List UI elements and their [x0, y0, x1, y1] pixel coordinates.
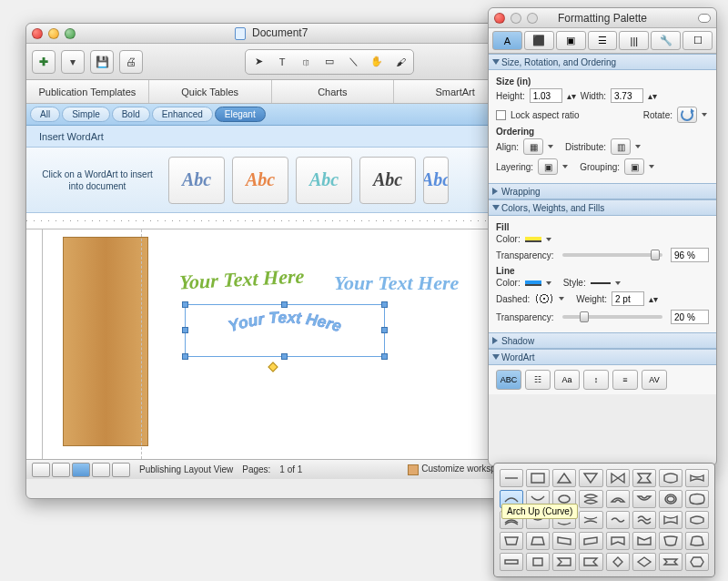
section-wordart[interactable]: WordArt: [489, 349, 716, 365]
section-size[interactable]: Size, Rotation, and Ordering: [489, 54, 716, 70]
rotate-button[interactable]: [677, 107, 697, 123]
wordart-edit-button[interactable]: ☷: [525, 370, 551, 390]
format-brush-tool[interactable]: 🖌: [389, 52, 411, 72]
palette-tab-project[interactable]: ☐: [682, 31, 713, 50]
resize-handle[interactable]: [182, 327, 188, 333]
grouping-button[interactable]: ▣: [624, 158, 644, 175]
wordart-object-1[interactable]: Your Text Here: [179, 264, 304, 294]
shape-option[interactable]: [552, 532, 576, 550]
shape-option[interactable]: [526, 469, 550, 487]
shape-option[interactable]: [500, 469, 523, 487]
weight-field[interactable]: [612, 291, 644, 306]
shape-option[interactable]: [606, 553, 630, 571]
wordart-style-4[interactable]: Abc: [359, 157, 416, 204]
weight-stepper[interactable]: ▴▾: [649, 294, 658, 304]
line-trans-field[interactable]: [671, 310, 709, 324]
shape-option[interactable]: [526, 532, 550, 550]
wordart-vertical-button[interactable]: ↕: [583, 370, 609, 390]
palette-tab-reference[interactable]: ☰: [588, 31, 618, 50]
wordart-style-2[interactable]: Abc: [232, 157, 288, 204]
shape-option[interactable]: [606, 469, 630, 487]
shape-option[interactable]: [659, 553, 682, 571]
shape-option[interactable]: [685, 532, 709, 550]
fill-trans-slider[interactable]: [562, 253, 662, 257]
hand-tool[interactable]: ✋: [366, 52, 388, 72]
shape-option[interactable]: [579, 553, 602, 571]
save-button[interactable]: 💾: [90, 50, 114, 74]
palette-tab-object[interactable]: ⬛: [524, 31, 554, 50]
selection-box[interactable]: Your Text Here: [185, 304, 385, 357]
palette-tab-tools[interactable]: 🔧: [651, 31, 681, 50]
line-style-menu[interactable]: [615, 280, 622, 287]
shape-option[interactable]: [685, 511, 709, 529]
text-tool[interactable]: T: [271, 52, 293, 72]
shape-option[interactable]: [659, 511, 682, 529]
resize-handle[interactable]: [281, 301, 288, 308]
shape-option[interactable]: [500, 553, 523, 571]
resize-handle[interactable]: [182, 301, 188, 308]
resize-handle[interactable]: [381, 353, 388, 360]
shape-tool[interactable]: ▭: [318, 52, 340, 72]
shape-option[interactable]: [579, 511, 602, 529]
close-icon[interactable]: [494, 13, 505, 24]
wordart-arch-object[interactable]: Your Text Here: [186, 305, 384, 356]
shape-option[interactable]: [552, 553, 576, 571]
shape-option[interactable]: [606, 511, 630, 529]
wordart-object-2[interactable]: Your Text Here: [334, 271, 459, 295]
shape-option[interactable]: [632, 490, 656, 508]
shape-option[interactable]: [606, 490, 630, 508]
filter-elegant[interactable]: Elegant: [215, 107, 266, 122]
wordart-shape-button[interactable]: ABC: [496, 370, 521, 390]
line-trans-slider[interactable]: [562, 315, 662, 319]
fill-trans-field[interactable]: [671, 248, 709, 262]
shape-option[interactable]: [579, 469, 602, 487]
layering-menu[interactable]: [562, 163, 570, 170]
new-button[interactable]: ✚: [32, 50, 56, 74]
view-outline[interactable]: [52, 463, 70, 477]
resize-handle[interactable]: [281, 353, 288, 360]
palette-titlebar[interactable]: Formatting Palette: [489, 8, 716, 28]
height-field[interactable]: [530, 88, 562, 103]
line-color-menu[interactable]: [546, 280, 553, 287]
wordart-align-button[interactable]: ≡: [612, 370, 638, 390]
filter-all[interactable]: All: [30, 107, 60, 122]
rotation-handle[interactable]: [268, 362, 278, 372]
zoom-icon[interactable]: [65, 28, 76, 39]
shape-option[interactable]: [579, 532, 602, 550]
tab-pub-templates[interactable]: Publication Templates: [26, 80, 149, 103]
vertical-ruler[interactable]: [26, 229, 43, 459]
shape-option[interactable]: [685, 490, 709, 508]
shape-option[interactable]: [526, 553, 550, 571]
line-color-swatch[interactable]: [525, 280, 541, 286]
dashed-swatch[interactable]: [534, 294, 554, 303]
fill-color-menu[interactable]: [546, 236, 553, 243]
wordart-style-1[interactable]: Abc: [168, 157, 225, 204]
close-icon[interactable]: [32, 28, 43, 39]
align-menu[interactable]: [548, 143, 555, 150]
view-publishing[interactable]: [72, 463, 90, 477]
resize-handle[interactable]: [381, 327, 388, 333]
shape-option[interactable]: [552, 469, 576, 487]
filter-simple[interactable]: Simple: [62, 107, 110, 122]
resize-handle[interactable]: [381, 301, 388, 308]
grouping-menu[interactable]: [649, 163, 656, 170]
lock-aspect-checkbox[interactable]: [496, 110, 506, 120]
palette-tab-formatting[interactable]: A: [492, 31, 522, 50]
toolbar-pill-icon[interactable]: [698, 14, 711, 23]
dashed-menu[interactable]: [559, 295, 566, 302]
shape-option[interactable]: [659, 490, 682, 508]
distribute-button[interactable]: ▥: [611, 138, 631, 155]
shape-option[interactable]: [685, 553, 709, 571]
wordart-same-height-button[interactable]: Aa: [554, 370, 580, 390]
shape-option[interactable]: [632, 511, 656, 529]
shape-option[interactable]: [500, 532, 523, 550]
distribute-menu[interactable]: [635, 143, 642, 150]
view-notebook[interactable]: [112, 463, 130, 477]
layering-button[interactable]: ▣: [538, 158, 558, 175]
titlebar[interactable]: Document7: [26, 24, 516, 44]
filter-enhanced[interactable]: Enhanced: [152, 107, 213, 122]
tab-charts[interactable]: Charts: [272, 80, 395, 103]
open-button[interactable]: ▾: [61, 50, 85, 74]
shape-option[interactable]: [632, 532, 656, 550]
palette-tab-compat[interactable]: |||: [619, 31, 649, 50]
